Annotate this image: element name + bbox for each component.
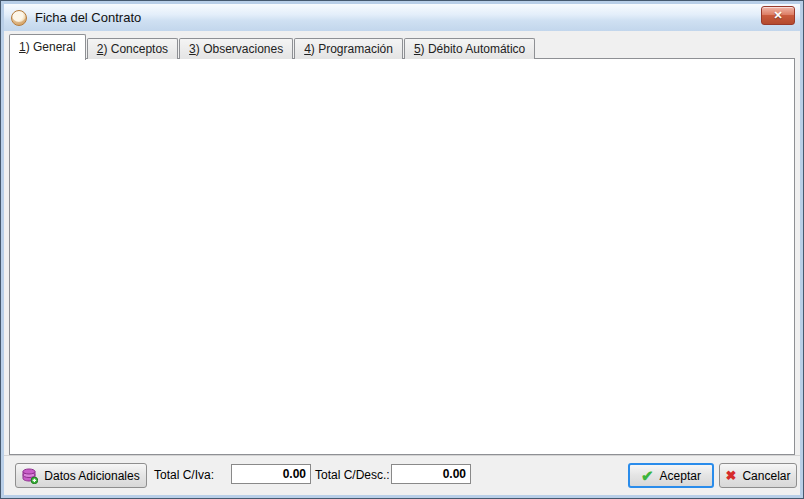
total-desc-label: Total C/Desc.: <box>315 466 390 484</box>
tab-strip: 1) General 2) Conceptos 3) Observaciones… <box>9 34 536 59</box>
tab-conceptos[interactable]: 2) Conceptos <box>87 38 178 59</box>
window-title: Ficha del Contrato <box>35 10 141 25</box>
tab-debito-automatico[interactable]: 5) Débito Automático <box>404 38 535 59</box>
datos-adicionales-label: Datos Adicionales <box>44 469 139 483</box>
app-icon <box>11 10 27 26</box>
tab-general[interactable]: 1) General <box>9 34 86 60</box>
title-bar[interactable]: Ficha del Contrato <box>4 4 800 31</box>
cancelar-button[interactable]: ✖ Cancelar <box>719 463 797 488</box>
total-desc-field: 0.00 <box>391 464 471 484</box>
check-icon: ✔ <box>641 468 654 483</box>
footer-bar: Datos Adicionales Total C/Iva: 0.00 Tota… <box>4 455 800 495</box>
total-iva-label: Total C/Iva: <box>154 466 214 484</box>
datos-adicionales-button[interactable]: Datos Adicionales <box>15 463 147 488</box>
aceptar-button[interactable]: ✔ Aceptar <box>628 463 714 488</box>
cross-icon: ✖ <box>726 469 737 482</box>
tab-observaciones[interactable]: 3) Observaciones <box>179 38 293 59</box>
close-button[interactable]: ✕ <box>761 6 795 25</box>
ficha-del-contrato-dialog: Ficha del Contrato ✕ 1) General 2) Conce… <box>0 0 804 499</box>
total-iva-field: 0.00 <box>231 464 311 484</box>
general-tab-panel <box>9 58 795 455</box>
cancelar-label: Cancelar <box>742 469 790 483</box>
close-icon: ✕ <box>773 9 782 21</box>
database-add-icon <box>22 468 38 484</box>
aceptar-label: Aceptar <box>660 469 701 483</box>
tab-programacion[interactable]: 4) Programación <box>294 38 403 59</box>
dialog-client-area: 1) General 2) Conceptos 3) Observaciones… <box>4 31 800 495</box>
